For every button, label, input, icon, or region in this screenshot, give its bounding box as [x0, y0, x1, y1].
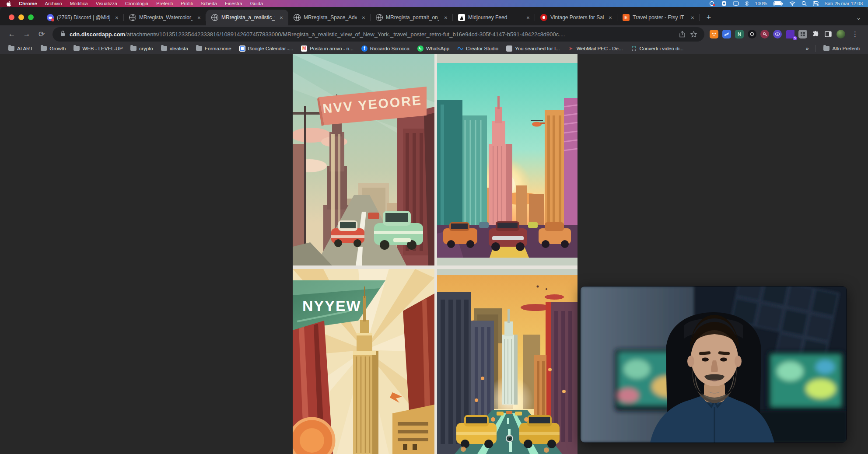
bookmark-label: AI ART	[17, 46, 33, 51]
poster-bottom-left-new-york[interactable]: NYYEW	[293, 269, 434, 454]
bookmark-star-icon[interactable]	[688, 28, 699, 40]
bookmark-label: idealista	[170, 46, 188, 51]
menu-guida[interactable]: Guida	[250, 1, 263, 6]
bookmark-converti-video[interactable]: Converti i video di...	[627, 45, 688, 52]
bookmark-label: Altri Preferiti	[832, 46, 860, 51]
reload-button[interactable]: ⟳	[34, 27, 49, 42]
tab-close-icon[interactable]: ✕	[360, 14, 367, 21]
key-extension-icon[interactable]	[760, 30, 769, 38]
menu-app-name[interactable]: Chrome	[19, 1, 37, 6]
bookmark-folder-idealista[interactable]: idealista	[157, 46, 192, 51]
tab-discord[interactable]: (2765) Discord | @Midjou ✕	[42, 10, 124, 25]
zoom-window-button[interactable]	[28, 14, 34, 20]
tab-vintage-posters[interactable]: Vintage Posters for Sale | ✕	[535, 10, 617, 25]
tab-close-icon[interactable]: ✕	[607, 14, 614, 21]
menu-scheda[interactable]: Scheda	[201, 1, 217, 6]
spotlight-search-icon[interactable]	[802, 1, 807, 6]
tab-close-icon[interactable]: ✕	[442, 14, 449, 21]
bluetooth-icon[interactable]	[745, 1, 749, 6]
bookmark-google-calendar[interactable]: Google Calendar -...	[235, 45, 298, 52]
bookmark-gmail[interactable]: MPosta in arrivo - ri...	[297, 45, 357, 52]
dark-circle-extension-icon[interactable]	[748, 30, 756, 38]
omnibox-address-bar[interactable]: cdn.discordapp.com/attachments/101351233…	[52, 27, 704, 42]
bookmark-label: Formazione	[205, 46, 231, 51]
grid-extension-icon[interactable]	[798, 30, 807, 38]
tab-close-icon[interactable]: ✕	[113, 14, 120, 21]
menu-visualizza[interactable]: Visualizza	[96, 1, 117, 6]
tab-search-chevron-icon[interactable]: ⌄	[856, 14, 861, 21]
poster-top-right-new-york[interactable]	[437, 54, 578, 265]
tab-space-adventure[interactable]: MRregista_Space_Advent ✕	[288, 10, 371, 25]
tab-realistic-view-active[interactable]: MRregista_a_realistic_vie ✕	[206, 10, 288, 25]
tab-close-icon[interactable]: ✕	[689, 14, 696, 21]
cluster-extension-icon[interactable]: 5	[786, 30, 794, 38]
tab-portrait[interactable]: MRregista_portrait_on_a_ ✕	[371, 10, 453, 25]
url-domain: cdn.discordapp.com	[70, 31, 125, 38]
menu-cronologia[interactable]: Cronologia	[125, 1, 148, 6]
notion-ai-extension-icon[interactable]: N	[735, 30, 744, 38]
midjourney-grid-image[interactable]: NVV YEOORE	[293, 54, 578, 454]
extensions-puzzle-icon[interactable]	[811, 30, 820, 38]
bookmark-folder-growth[interactable]: Growth	[37, 46, 70, 51]
facebook-icon: f	[361, 45, 368, 52]
menu-archivio[interactable]: Archivio	[45, 1, 62, 6]
tab-midjourney-feed[interactable]: Midjourney Feed ✕	[453, 10, 535, 25]
back-button[interactable]: ←	[4, 27, 19, 42]
globe-favicon-icon	[211, 14, 218, 21]
extensions-row: N 5 ⋮	[710, 30, 864, 38]
control-center-icon[interactable]	[813, 1, 819, 6]
bookmark-webmail-pec[interactable]: WebMail PEC - De...	[564, 45, 627, 52]
profile-avatar[interactable]	[836, 30, 845, 38]
close-window-button[interactable]	[9, 14, 14, 20]
chrome-menu-kebab-icon[interactable]: ⋮	[849, 30, 862, 38]
bookmark-folder-altri-preferiti[interactable]: Altri Preferiti	[819, 46, 864, 51]
new-tab-button[interactable]: +	[702, 11, 715, 24]
bookmark-folder-formazione[interactable]: Formazione	[192, 46, 235, 51]
midjourney-favicon-icon	[458, 14, 465, 21]
gmail-icon: M	[301, 45, 307, 52]
side-panel-icon[interactable]	[824, 30, 833, 38]
bookmark-facebook[interactable]: fRiccardo Scrocca	[357, 45, 413, 52]
page-content: NVV YEOORE	[0, 54, 868, 454]
poster-bottom-right-new-york[interactable]	[437, 269, 578, 454]
tab-close-icon[interactable]: ✕	[525, 14, 532, 21]
tab-title: Midjourney Feed	[468, 14, 522, 21]
menu-preferiti[interactable]: Preferiti	[156, 1, 173, 6]
minimize-window-button[interactable]	[18, 14, 24, 20]
eye-extension-icon[interactable]	[773, 30, 782, 38]
apple-icon[interactable]	[6, 1, 11, 7]
wave-extension-icon[interactable]	[722, 30, 731, 38]
bookmark-folder-crypto[interactable]: crypto	[126, 46, 157, 51]
menu-profili[interactable]: Profili	[181, 1, 193, 6]
poster-c-title-text: NYYEW	[302, 297, 361, 314]
share-icon[interactable]	[676, 28, 688, 40]
menu-clock[interactable]: Sab 25 mar 12:08	[825, 1, 863, 6]
screen-record-icon[interactable]	[709, 1, 715, 6]
tab-etsy[interactable]: E Travel poster - Etsy IT ✕	[617, 10, 700, 25]
bookmark-you-searched[interactable]: You searched for I...	[502, 45, 564, 52]
globe-favicon-icon	[294, 14, 301, 21]
forward-button[interactable]: →	[19, 27, 34, 42]
meta-creator-studio-icon	[457, 45, 463, 52]
bookmarks-overflow-button[interactable]: »	[802, 45, 812, 52]
menu-modifica[interactable]: Modifica	[70, 1, 88, 6]
tab-close-icon[interactable]: ✕	[278, 14, 285, 21]
menu-finestra[interactable]: Finestra	[225, 1, 242, 6]
document-icon	[506, 45, 512, 52]
https-lock-icon[interactable]	[60, 30, 65, 38]
wifi-icon[interactable]	[789, 1, 795, 6]
metamask-extension-icon[interactable]	[710, 30, 718, 38]
bookmark-folder-web-level-up[interactable]: WEB - LEVEL-UP	[70, 46, 126, 51]
bookmark-creator-studio[interactable]: Creator Studio	[453, 45, 502, 52]
tab-title: Vintage Posters for Sale |	[550, 14, 604, 21]
battery-percent[interactable]: 100%	[755, 1, 767, 6]
display-icon[interactable]	[733, 1, 739, 6]
tab-watercolor[interactable]: MRregista_Watercolor_Pa ✕	[124, 10, 206, 25]
tab-close-icon[interactable]: ✕	[196, 14, 203, 21]
divider	[816, 45, 816, 52]
poster-top-left-new-york[interactable]: NVV YEOORE	[293, 54, 434, 265]
app-status-icon[interactable]	[721, 1, 727, 6]
bookmark-folder-ai-art[interactable]: AI ART	[4, 46, 37, 51]
bookmark-whatsapp[interactable]: WhatsApp	[413, 45, 453, 52]
etsy-favicon-icon: E	[623, 14, 630, 21]
